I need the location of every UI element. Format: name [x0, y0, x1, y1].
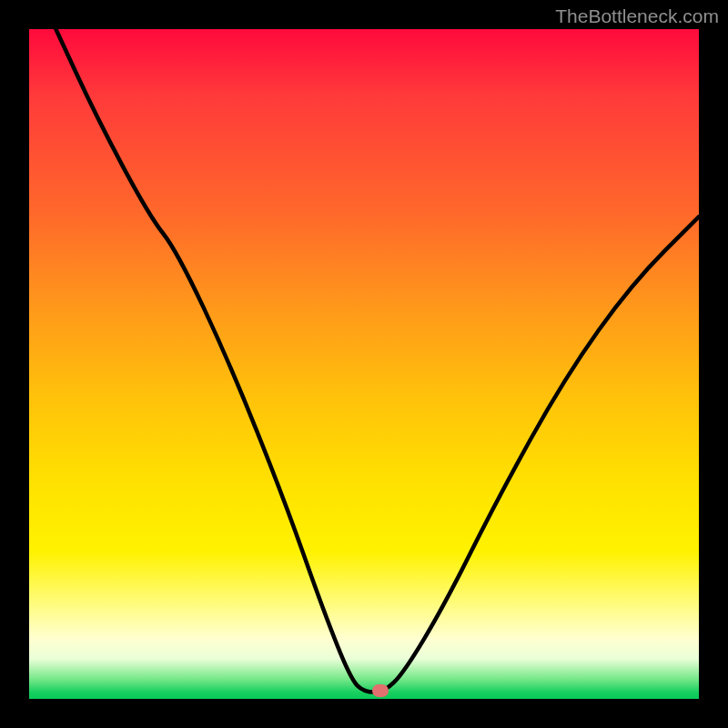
optimal-point-marker — [372, 684, 389, 697]
plot-area — [29, 29, 699, 699]
bottleneck-curve — [29, 29, 699, 699]
chart-frame: TheBottleneck.com — [0, 0, 728, 728]
watermark-text: TheBottleneck.com — [555, 5, 719, 27]
